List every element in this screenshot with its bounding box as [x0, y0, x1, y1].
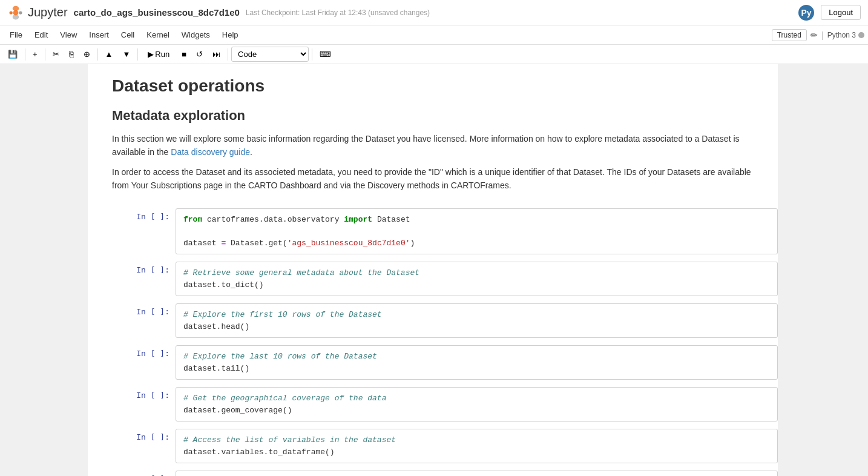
cell-prompt-4: In [ ]:	[88, 345, 176, 358]
cell-prompt-1: In [ ]:	[88, 208, 176, 221]
cell-prompt-6: In [ ]:	[88, 429, 176, 441]
kernel-status-circle	[858, 32, 864, 38]
navbar-left: Jupyter carto_do_ags_businesscou_8dc7d1e…	[7, 4, 430, 21]
right-sidebar	[778, 64, 866, 476]
jupyter-logo-icon	[7, 4, 24, 21]
stop-button[interactable]: ■	[177, 47, 191, 61]
code-cell-2: In [ ]: # Retrieve some general metadata…	[88, 262, 778, 296]
svg-point-2	[10, 11, 13, 14]
heading-section: Dataset operations Metadata exploration …	[88, 76, 778, 208]
code-cell-1: In [ ]: from cartoframes.data.observator…	[88, 208, 778, 255]
keyboard-shortcut-button[interactable]: ⌨	[315, 47, 335, 61]
page-title: Dataset operations	[112, 76, 754, 96]
logout-button[interactable]: Logout	[821, 5, 861, 20]
menu-items: File Edit View Insert Cell Kernel Widget…	[4, 28, 245, 42]
cell-type-select[interactable]: Code Markdown Raw NBConvert Heading	[231, 47, 309, 62]
data-discovery-link[interactable]: Data discovery guide	[171, 147, 250, 157]
separator-2	[45, 48, 45, 61]
move-down-button[interactable]: ▼	[118, 47, 134, 61]
separator-6	[312, 48, 312, 61]
jupyter-logo: Jupyter	[7, 4, 68, 21]
save-button[interactable]: 💾	[4, 47, 22, 61]
cell-input-6[interactable]: # Access the list of variables in the da…	[176, 429, 778, 463]
menu-kernel[interactable]: Kernel	[140, 28, 176, 42]
section-title: Metadata exploration	[112, 108, 754, 124]
menu-file[interactable]: File	[4, 28, 28, 42]
trusted-badge[interactable]: Trusted	[772, 29, 807, 41]
menu-cell[interactable]: Cell	[115, 28, 140, 42]
toolbar: 💾 + ✂ ⎘ ⊕ ▲ ▼ ▶ Run ■ ↺ ⏭ Code Markdown …	[0, 45, 868, 64]
cell-prompt-7: In [ ]:	[88, 471, 176, 476]
notebook-area: Dataset operations Metadata exploration …	[88, 64, 778, 476]
checkpoint-info: Last Checkpoint: Last Friday at 12:43 (u…	[246, 8, 430, 17]
menu-bar: File Edit View Insert Cell Kernel Widget…	[0, 25, 868, 45]
code-cell-5: In [ ]: # Get the geographical coverage …	[88, 387, 778, 421]
cell-input-4[interactable]: # Explore the last 10 rows of the Datase…	[176, 345, 778, 380]
menu-widgets[interactable]: Widgets	[176, 28, 216, 42]
separator-4	[137, 48, 138, 61]
separator-3	[97, 48, 98, 61]
svg-point-3	[19, 11, 22, 14]
restart-button[interactable]: ↺	[192, 47, 207, 61]
add-cell-button[interactable]: +	[28, 47, 42, 61]
svg-text:Py: Py	[801, 8, 812, 18]
cell-input-2[interactable]: # Retrieve some general metadata about t…	[176, 262, 778, 296]
separator-5	[228, 48, 228, 61]
main-content: Dataset operations Metadata exploration …	[0, 64, 868, 476]
move-up-button[interactable]: ▲	[101, 47, 117, 61]
cell-prompt-2: In [ ]:	[88, 262, 176, 274]
menu-view[interactable]: View	[54, 28, 83, 42]
cell-input-7[interactable]: # Summary of some variable stats dataset…	[176, 471, 778, 476]
cut-cell-button[interactable]: ✂	[48, 47, 64, 61]
code-cell-3: In [ ]: # Explore the first 10 rows of t…	[88, 303, 778, 338]
copy-cell-button[interactable]: ⎘	[65, 47, 78, 61]
intro-paragraph-1: In this section we will explore some bas…	[112, 132, 754, 159]
kernel-info: Python 3	[827, 31, 864, 39]
code-cell-6: In [ ]: # Access the list of variables i…	[88, 429, 778, 463]
cell-input-5[interactable]: # Get the geographical coverage of the d…	[176, 387, 778, 421]
python-icon: Py	[798, 4, 815, 21]
run-button[interactable]: ▶ Run	[141, 47, 176, 61]
run-icon: ▶	[148, 50, 154, 59]
cell-input-1[interactable]: from cartoframes.data.observatory import…	[176, 208, 778, 255]
menu-edit[interactable]: Edit	[28, 28, 54, 42]
cell-prompt-3: In [ ]:	[88, 303, 176, 316]
paste-cell-button[interactable]: ⊕	[79, 47, 94, 61]
svg-point-4	[13, 10, 19, 15]
pencil-icon[interactable]: ✏	[810, 30, 818, 40]
intro-paragraph-2: In order to access the Dataset and its a…	[112, 165, 754, 193]
cell-input-3[interactable]: # Explore the first 10 rows of the Datas…	[176, 303, 778, 338]
code-cell-7: In [ ]: # Summary of some variable stats…	[88, 471, 778, 476]
restart-run-button[interactable]: ⏭	[208, 47, 225, 61]
menu-insert[interactable]: Insert	[83, 28, 115, 42]
separator-1	[25, 48, 25, 61]
notebook-filename: carto_do_ags_businesscou_8dc7d1e0	[74, 7, 240, 18]
navbar-right: Py Logout	[798, 4, 861, 21]
left-sidebar	[0, 64, 88, 476]
menu-help[interactable]: Help	[216, 28, 245, 42]
code-cell-4: In [ ]: # Explore the last 10 rows of th…	[88, 345, 778, 380]
app-title: Jupyter	[28, 5, 68, 19]
trusted-area: Trusted ✏ | Python 3	[772, 29, 864, 41]
cell-prompt-5: In [ ]:	[88, 387, 176, 400]
top-navbar: Jupyter carto_do_ags_businesscou_8dc7d1e…	[0, 0, 868, 25]
